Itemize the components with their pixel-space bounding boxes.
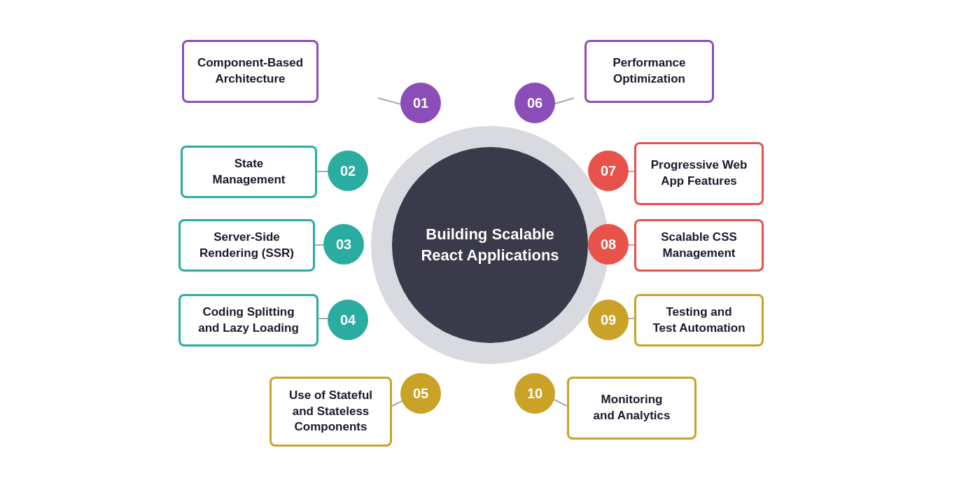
topic-box-02: StateManagement (181, 146, 317, 198)
topic-box-06: PerformanceOptimization (584, 40, 714, 103)
topic-box-09: Testing andTest Automation (634, 294, 764, 346)
badge-06: 06 (514, 83, 555, 123)
topic-box-08: Scalable CSSManagement (634, 219, 764, 272)
center-title: Building Scalable React Applications (392, 210, 588, 279)
badge-07: 07 (588, 150, 629, 191)
topic-box-03: Server-SideRendering (SSR) (178, 219, 315, 272)
badge-05: 05 (400, 373, 441, 414)
topic-box-07: Progressive WebApp Features (634, 142, 764, 205)
diagram-container: Building Scalable React Applications 01 … (0, 0, 980, 490)
badge-09: 09 (588, 300, 629, 340)
center-circle: Building Scalable React Applications (392, 147, 588, 343)
badge-04: 04 (328, 300, 368, 340)
topic-box-05: Use of Statefuland StatelessComponents (270, 377, 392, 447)
topic-box-01: Component-BasedArchitecture (182, 40, 318, 103)
topic-box-10: Monitoringand Analytics (567, 377, 696, 440)
badge-02: 02 (328, 150, 368, 191)
badge-01: 01 (400, 83, 441, 123)
topic-box-04: Coding Splittingand Lazy Loading (178, 294, 318, 346)
badge-10: 10 (514, 373, 555, 414)
badge-03: 03 (323, 224, 364, 265)
badge-08: 08 (588, 224, 629, 265)
